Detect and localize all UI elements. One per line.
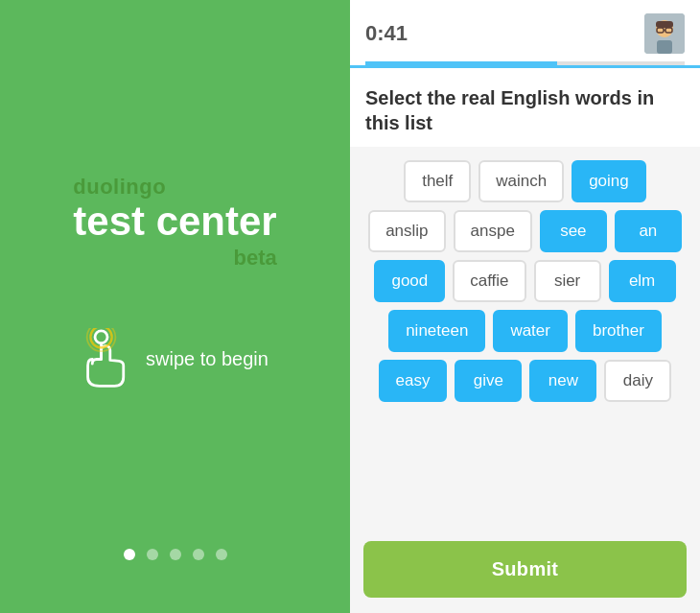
word-elm[interactable]: elm: [609, 260, 676, 302]
word-daiy[interactable]: daiy: [604, 360, 671, 402]
svg-rect-10: [657, 40, 672, 54]
word-new[interactable]: new: [529, 360, 596, 402]
word-wainch[interactable]: wainch: [478, 160, 564, 202]
pagination-dots: [124, 549, 227, 560]
question-area: Select the real English words in this li…: [350, 68, 700, 147]
app-title: test center: [73, 200, 276, 244]
word-give[interactable]: give: [455, 360, 522, 402]
word-row-2: anslip anspe see an: [360, 210, 690, 252]
words-area: thelf wainch going anslip anspe see an g…: [350, 147, 700, 530]
brand-name: duolingo: [73, 175, 166, 200]
word-anslip[interactable]: anslip: [368, 210, 445, 252]
word-caffie[interactable]: caffie: [453, 260, 525, 302]
word-brother[interactable]: brother: [575, 310, 662, 352]
hand-swipe-icon: [82, 328, 134, 390]
word-row-3: good caffie sier elm: [360, 260, 690, 302]
word-row-5: easy give new daiy: [360, 360, 690, 402]
word-water[interactable]: water: [493, 310, 568, 352]
svg-rect-6: [656, 21, 673, 28]
word-sier[interactable]: sier: [534, 260, 601, 302]
word-anspe[interactable]: anspe: [454, 210, 532, 252]
word-going[interactable]: going: [572, 160, 646, 202]
swipe-text: swipe to begin: [146, 348, 268, 370]
word-see[interactable]: see: [540, 210, 607, 252]
avatar-image: [644, 13, 685, 54]
word-easy[interactable]: easy: [379, 360, 448, 402]
word-row-1: thelf wainch going: [360, 160, 690, 202]
progress-bar: [365, 61, 557, 65]
brand-container: duolingo test center beta: [73, 175, 276, 271]
quiz-header: 0:41: [350, 0, 700, 68]
dot-1: [124, 549, 135, 560]
left-panel: duolingo test center beta swipe to begin: [0, 0, 350, 613]
word-an[interactable]: an: [615, 210, 682, 252]
right-panel: 0:41: [350, 0, 700, 613]
dot-3: [170, 549, 181, 560]
submit-area: Submit: [350, 530, 700, 613]
beta-label: beta: [233, 246, 276, 271]
dot-2: [147, 549, 158, 560]
submit-button[interactable]: Submit: [363, 541, 687, 598]
word-thelf[interactable]: thelf: [404, 160, 471, 202]
word-good[interactable]: good: [374, 260, 445, 302]
progress-bar-container: [365, 61, 685, 65]
swipe-container: swipe to begin: [82, 328, 268, 390]
word-row-4: nineteen water brother: [360, 310, 690, 352]
dot-4: [193, 549, 204, 560]
avatar: [644, 13, 685, 54]
timer-display: 0:41: [365, 21, 408, 46]
header-top: 0:41: [365, 13, 685, 54]
dot-5: [216, 549, 227, 560]
word-nineteen[interactable]: nineteen: [388, 310, 485, 352]
question-text: Select the real English words in this li…: [365, 85, 685, 135]
svg-point-0: [95, 331, 107, 343]
